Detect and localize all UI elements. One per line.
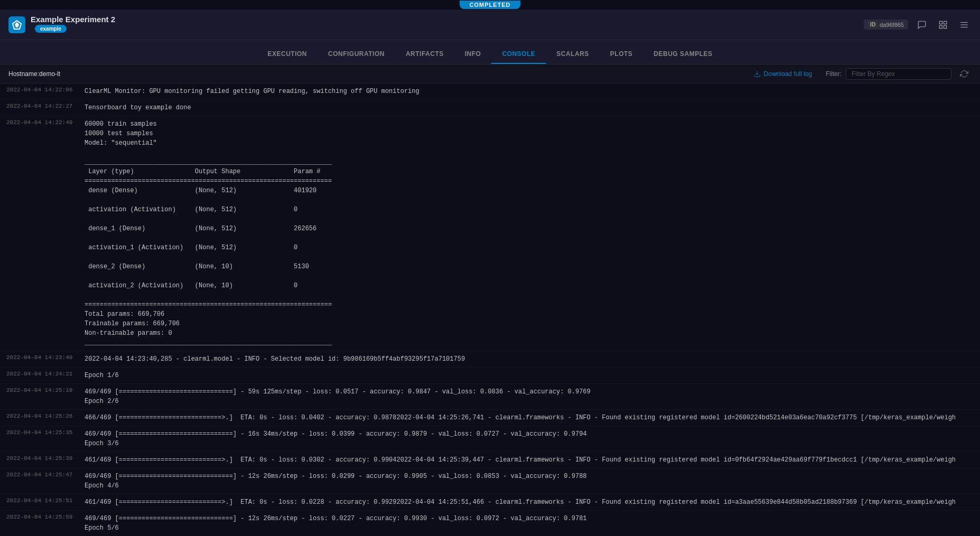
log-timestamp: 2022-04-04 14:24:21 <box>0 368 85 380</box>
log-row: 2022-04-04 14:25:59469/469 [============… <box>0 511 980 536</box>
nav-tabs: EXECUTION CONFIGURATION ARTIFACTS INFO C… <box>0 40 980 64</box>
filter-input[interactable] <box>846 68 951 80</box>
experiment-id: ID da96f865 <box>864 20 908 30</box>
log-message: ClearML Monitor: GPU monitoring failed g… <box>85 83 980 99</box>
messages-icon[interactable] <box>914 17 929 32</box>
tab-plots[interactable]: PLOTS <box>600 45 643 64</box>
id-label: ID <box>868 21 878 28</box>
log-timestamp: 2022-04-04 14:25:47 <box>0 468 85 481</box>
tab-configuration[interactable]: CONFIGURATION <box>318 45 395 64</box>
log-timestamp: 2022-04-04 14:22:27 <box>0 100 85 112</box>
log-timestamp: 2022-04-04 14:25:19 <box>0 384 85 397</box>
log-message: 469/469 [==============================]… <box>85 468 980 494</box>
tab-info[interactable]: INFO <box>454 45 492 64</box>
experiment-title: Example Experiment 2 <box>31 15 115 24</box>
tab-console[interactable]: CONSOLE <box>491 45 546 64</box>
log-message: 469/469 [==============================]… <box>85 511 980 536</box>
console-content: 2022-04-04 14:22:06ClearML Monitor: GPU … <box>0 83 980 536</box>
download-label: Download full log <box>764 70 812 78</box>
log-message: 466/469 [===========================>.] … <box>85 410 980 426</box>
refresh-button[interactable] <box>957 67 972 81</box>
log-message: 461/469 [===========================>.] … <box>85 494 980 510</box>
log-timestamp: 2022-04-04 14:23:40 <box>0 351 85 364</box>
header-icons: ID da96f865 <box>864 17 972 32</box>
svg-rect-3 <box>944 21 947 24</box>
tab-artifacts[interactable]: ARTIFACTS <box>395 45 454 64</box>
log-row: 2022-04-04 14:22:27Tensorboard toy examp… <box>0 100 980 116</box>
log-row: 2022-04-04 14:25:26466/469 [============… <box>0 410 980 426</box>
log-message: 461/469 [===========================>.] … <box>85 452 980 468</box>
tab-execution[interactable]: EXECUTION <box>257 45 318 64</box>
menu-icon[interactable] <box>957 17 972 32</box>
header: Example Experiment 2 example ID da96f865 <box>0 10 980 40</box>
log-row: 2022-04-04 14:23:402022-04-04 14:23:40,2… <box>0 351 980 368</box>
status-bar: COMPLETED <box>0 0 980 10</box>
log-timestamp: 2022-04-04 14:25:51 <box>0 494 85 507</box>
log-row: 2022-04-04 14:25:19469/469 [============… <box>0 384 980 410</box>
log-row: 2022-04-04 14:25:39461/469 [============… <box>0 452 980 468</box>
log-message: 2022-04-04 14:23:40,285 - clearml.model … <box>85 351 980 367</box>
log-row: 2022-04-04 14:22:4960000 train samples 1… <box>0 116 980 351</box>
download-log-button[interactable]: Download full log <box>748 68 817 80</box>
log-row: 2022-04-04 14:25:51461/469 [============… <box>0 494 980 511</box>
svg-marker-1 <box>15 22 19 27</box>
log-row: 2022-04-04 14:24:21Epoch 1/6 <box>0 368 980 384</box>
status-badge: COMPLETED <box>460 1 520 9</box>
svg-rect-2 <box>939 21 942 24</box>
hostname: Hostname:demo-lt <box>8 70 60 78</box>
log-row: 2022-04-04 14:25:47469/469 [============… <box>0 468 980 494</box>
experiment-tag[interactable]: example <box>35 25 67 33</box>
log-timestamp: 2022-04-04 14:25:26 <box>0 410 85 422</box>
log-timestamp: 2022-04-04 14:25:59 <box>0 511 85 523</box>
log-timestamp: 2022-04-04 14:22:49 <box>0 116 85 129</box>
log-row: 2022-04-04 14:22:06ClearML Monitor: GPU … <box>0 83 980 100</box>
log-message: Tensorboard toy example done <box>85 100 980 116</box>
tab-scalars[interactable]: SCALARS <box>546 45 600 64</box>
log-message: 469/469 [==============================]… <box>85 426 980 452</box>
log-timestamp: 2022-04-04 14:22:06 <box>0 83 85 96</box>
svg-rect-5 <box>939 25 942 28</box>
log-timestamp: 2022-04-04 14:25:39 <box>0 452 85 465</box>
log-message: 60000 train samples 10000 test samples M… <box>85 116 980 351</box>
svg-rect-4 <box>944 25 947 28</box>
layout-icon[interactable] <box>936 17 950 32</box>
log-timestamp: 2022-04-04 14:25:35 <box>0 426 85 439</box>
app-logo <box>8 16 25 33</box>
tab-debug-samples[interactable]: DEBUG SAMPLES <box>643 45 723 64</box>
log-message: 469/469 [==============================]… <box>85 384 980 409</box>
log-row: 2022-04-04 14:25:35469/469 [============… <box>0 426 980 452</box>
sub-header: Hostname:demo-lt Download full log Filte… <box>0 64 980 83</box>
log-message: Epoch 1/6 <box>85 368 980 383</box>
filter-label: Filter: <box>826 70 842 78</box>
id-value: da96f865 <box>880 22 904 28</box>
